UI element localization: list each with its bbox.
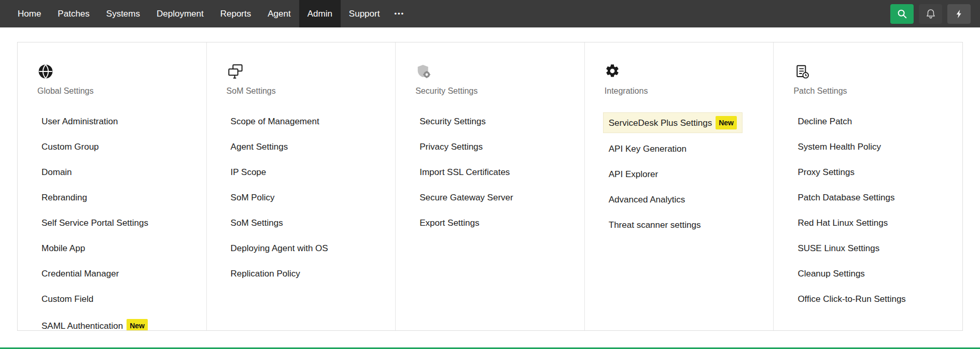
link-som-settings[interactable]: SoM Settings <box>231 217 385 229</box>
link-secure-gateway-server[interactable]: Secure Gateway Server <box>419 192 574 203</box>
column-som-settings: SoM Settings Scope of Management Agent S… <box>207 42 396 330</box>
link-api-key-generation[interactable]: API Key Generation <box>609 143 763 155</box>
link-scope-of-management[interactable]: Scope of Management <box>231 116 385 127</box>
link-threat-scanner-settings[interactable]: Threat scanner settings <box>609 220 763 231</box>
link-domain[interactable]: Domain <box>41 167 196 178</box>
column-security-settings: Security Settings Security Settings Priv… <box>396 42 585 330</box>
link-custom-group[interactable]: Custom Group <box>41 141 196 153</box>
lightning-icon <box>954 8 964 20</box>
nav-item-patches[interactable]: Patches <box>49 0 97 27</box>
nav-item-agent[interactable]: Agent <box>259 0 299 27</box>
nav-item-reports[interactable]: Reports <box>212 0 260 27</box>
link-advanced-analytics[interactable]: Advanced Analytics <box>609 194 763 206</box>
column-global-settings: Global Settings User Administration Cust… <box>18 42 207 330</box>
category-title-som-settings: SoM Settings <box>227 86 385 96</box>
security-shield-icon <box>415 63 432 80</box>
link-custom-field[interactable]: Custom Field <box>41 294 196 305</box>
security-settings-list: Security Settings Privacy Settings Impor… <box>415 116 574 229</box>
link-rebranding[interactable]: Rebranding <box>41 192 196 203</box>
nav-actions <box>890 0 980 27</box>
link-agent-settings[interactable]: Agent Settings <box>231 141 385 153</box>
link-privacy-settings[interactable]: Privacy Settings <box>419 141 574 153</box>
link-api-explorer[interactable]: API Explorer <box>609 169 763 180</box>
category-title-security-settings: Security Settings <box>415 86 574 96</box>
link-export-settings[interactable]: Export Settings <box>419 217 574 229</box>
new-badge: New <box>127 319 148 330</box>
nav-item-systems[interactable]: Systems <box>98 0 148 27</box>
link-suse-linux-settings[interactable]: SUSE Linux Settings <box>797 243 952 254</box>
patch-list-icon <box>793 63 810 80</box>
link-label: SAML Authentication <box>41 321 123 330</box>
link-saml-authentication[interactable]: SAML AuthenticationNew <box>41 319 196 330</box>
category-title-global-settings: Global Settings <box>37 86 196 96</box>
integrations-gear-icon <box>605 63 620 79</box>
link-mobile-app[interactable]: Mobile App <box>41 243 196 254</box>
som-settings-list: Scope of Management Agent Settings IP Sc… <box>227 116 385 280</box>
nav-menu: Home Patches Systems Deployment Reports … <box>9 0 411 27</box>
link-ip-scope[interactable]: IP Scope <box>231 167 385 178</box>
patch-settings-list: Decline Patch System Health Policy Proxy… <box>793 116 952 305</box>
global-settings-list: User Administration Custom Group Domain … <box>37 116 196 330</box>
nav-item-deployment[interactable]: Deployment <box>148 0 212 27</box>
category-title-integrations: Integrations <box>605 86 763 96</box>
quick-actions-button[interactable] <box>947 4 971 24</box>
column-patch-settings: Patch Settings Decline Patch System Heal… <box>774 42 962 330</box>
link-credential-manager[interactable]: Credential Manager <box>41 268 196 280</box>
nav-item-support[interactable]: Support <box>341 0 388 27</box>
top-navbar: Home Patches Systems Deployment Reports … <box>0 0 980 27</box>
link-office-click-to-run-settings[interactable]: Office Click-to-Run Settings <box>797 294 952 305</box>
notifications-button[interactable] <box>919 4 942 24</box>
link-cleanup-settings[interactable]: Cleanup Settings <box>797 268 952 280</box>
link-servicedesk-plus-settings[interactable]: ServiceDesk Plus SettingsNew <box>604 113 742 133</box>
new-badge: New <box>716 116 737 129</box>
link-import-ssl-certificates[interactable]: Import SSL Certificates <box>419 167 574 178</box>
nav-item-home[interactable]: Home <box>9 0 49 27</box>
nav-item-more[interactable]: ••• <box>388 0 411 27</box>
link-som-policy[interactable]: SoM Policy <box>231 192 385 203</box>
link-proxy-settings[interactable]: Proxy Settings <box>797 167 952 178</box>
link-system-health-policy[interactable]: System Health Policy <box>797 141 952 153</box>
category-title-patch-settings: Patch Settings <box>793 86 952 96</box>
column-integrations: Integrations ServiceDesk Plus SettingsNe… <box>585 42 774 330</box>
link-replication-policy[interactable]: Replication Policy <box>231 268 385 280</box>
admin-settings-panel: Global Settings User Administration Cust… <box>17 42 963 331</box>
som-computers-icon <box>227 63 244 80</box>
link-self-service-portal-settings[interactable]: Self Service Portal Settings <box>41 217 196 229</box>
link-user-administration[interactable]: User Administration <box>41 116 196 127</box>
search-button[interactable] <box>890 4 914 24</box>
search-icon <box>897 8 908 20</box>
globe-icon <box>37 63 54 80</box>
link-deploying-agent-with-os[interactable]: Deploying Agent with OS <box>231 243 385 254</box>
link-label: ServiceDesk Plus Settings <box>609 118 712 128</box>
integrations-list: ServiceDesk Plus SettingsNew API Key Gen… <box>605 116 763 231</box>
link-security-settings[interactable]: Security Settings <box>419 116 574 127</box>
link-decline-patch[interactable]: Decline Patch <box>797 116 952 127</box>
bell-icon <box>925 8 936 20</box>
link-red-hat-linux-settings[interactable]: Red Hat Linux Settings <box>797 217 952 229</box>
nav-item-admin[interactable]: Admin <box>299 0 341 27</box>
link-patch-database-settings[interactable]: Patch Database Settings <box>797 192 952 203</box>
